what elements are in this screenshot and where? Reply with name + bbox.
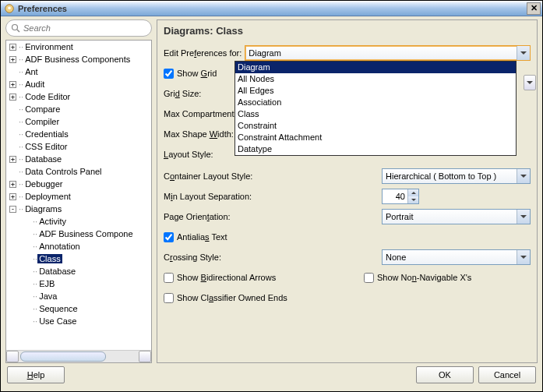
tree-item[interactable]: +·· Debugger [6, 178, 151, 190]
container-layout-label: Container Layout Style: [164, 171, 382, 181]
tree-item-label[interactable]: Java [37, 291, 58, 301]
expander-spacer [9, 69, 16, 76]
show-classifier-owned-checkbox[interactable] [164, 293, 174, 303]
tree-item[interactable]: ·· Activity [6, 215, 151, 228]
expand-icon[interactable]: + [9, 94, 16, 101]
edit-preferences-combo[interactable]: Diagram [245, 45, 531, 61]
tree-item[interactable]: +·· Database [6, 153, 151, 165]
tree-item[interactable]: +·· Environment [6, 41, 151, 53]
expander-spacer [23, 243, 30, 250]
chevron-down-icon[interactable] [517, 250, 530, 264]
tree-item[interactable]: ·· ADF Business Compone [6, 228, 151, 240]
min-layout-separation-spinner[interactable]: 40 [382, 189, 419, 204]
tree-item[interactable]: ·· CSS Editor [6, 140, 151, 153]
tree-item-label[interactable]: ADF Business Compone [37, 229, 134, 238]
tree-item-label[interactable]: Sequence [37, 304, 79, 313]
tree-item-label[interactable]: Database [37, 267, 77, 276]
search-field[interactable] [5, 19, 152, 37]
expander-spacer [23, 281, 30, 288]
tree-item-label[interactable]: Database [23, 154, 63, 164]
tree-item[interactable]: ·· Data Controls Panel [6, 165, 151, 178]
crossing-style-label: Crossing Style: [164, 253, 382, 262]
tree-item-label[interactable]: CSS Editor [23, 142, 69, 151]
dropdown-option[interactable]: Datatype [235, 143, 516, 155]
dropdown-option[interactable]: All Edges [235, 85, 516, 97]
expand-icon[interactable]: + [9, 181, 16, 188]
chevron-down-icon[interactable] [517, 46, 530, 60]
search-input[interactable] [23, 23, 146, 33]
tree-item[interactable]: -·· Diagrams [6, 203, 151, 215]
dropdown-option[interactable]: Class [235, 108, 516, 120]
tree-item-label[interactable]: ADF Business Components [23, 55, 132, 64]
preferences-tree[interactable]: +·· Environment+·· ADF Business Componen… [5, 40, 152, 363]
tree-item-label[interactable]: EJB [37, 279, 56, 288]
tree-item-label[interactable]: Credentials [23, 129, 70, 139]
tree-item[interactable]: +·· Audit [6, 78, 151, 90]
tree-item[interactable]: +·· Deployment [6, 190, 151, 203]
tree-item[interactable]: ·· Java [6, 290, 151, 302]
expander-spacer [23, 293, 30, 300]
dropdown-option[interactable]: Constraint [235, 120, 516, 132]
tree-item-label[interactable]: Data Controls Panel [23, 167, 103, 176]
chevron-down-icon[interactable] [517, 169, 530, 183]
tree-item-label[interactable]: Annotation [37, 242, 82, 251]
tree-item-label[interactable]: Debugger [23, 179, 64, 189]
show-non-navigable-checkbox[interactable] [364, 273, 374, 283]
page-orientation-combo[interactable]: Portrait [382, 209, 531, 224]
tree-item-label[interactable]: Use Case [37, 316, 78, 326]
tree-item-label[interactable]: Compiler [23, 117, 61, 126]
titlebar: Preferences ✕ [1, 1, 542, 16]
expand-icon[interactable]: + [9, 56, 16, 63]
tree-item-label[interactable]: Audit [23, 79, 46, 89]
tree-item[interactable]: ·· EJB [6, 277, 151, 290]
tree-item-label[interactable]: Code Editor [23, 92, 72, 101]
collapse-icon[interactable]: - [9, 206, 16, 213]
tree-item[interactable]: +·· Code Editor [6, 90, 151, 103]
dropdown-option[interactable]: All Nodes [235, 73, 516, 85]
tree-item-label[interactable]: Class [37, 254, 62, 263]
tree-item-label[interactable]: Activity [37, 217, 68, 226]
container-layout-combo[interactable]: Hierarchical ( Bottom to Top ) [382, 168, 531, 184]
page-orientation-label: Page Orientation: [164, 212, 382, 221]
tree-item[interactable]: ·· Ant [6, 65, 151, 78]
dropdown-option[interactable]: Association [235, 97, 516, 108]
edit-preferences-dropdown[interactable]: DiagramAll NodesAll EdgesAssociationClas… [234, 61, 517, 156]
expander-spacer [9, 143, 16, 150]
tree-item-label[interactable]: Ant [23, 67, 40, 76]
help-button[interactable]: Help [7, 366, 65, 383]
tree-item[interactable]: ·· Compiler [6, 115, 151, 128]
antialias-text-checkbox[interactable] [164, 232, 174, 242]
tree-horizontal-scrollbar[interactable] [6, 350, 151, 362]
svg-point-2 [12, 25, 18, 30]
tree-item[interactable]: ·· Annotation [6, 240, 151, 253]
tree-item[interactable]: ·· Use Case [6, 315, 151, 327]
cancel-button[interactable]: Cancel [478, 366, 536, 383]
expand-icon[interactable]: + [9, 156, 16, 163]
layout-style-combo-arrow[interactable] [524, 75, 536, 90]
dropdown-option[interactable]: Diagram [235, 62, 516, 73]
show-bidirectional-checkbox[interactable] [164, 273, 174, 283]
tree-item-label[interactable]: Deployment [23, 192, 72, 201]
tree-item[interactable]: ·· Credentials [6, 128, 151, 140]
dropdown-option[interactable]: Constraint Attachment [235, 132, 516, 143]
chevron-down-icon[interactable] [517, 210, 530, 224]
tree-item[interactable]: +·· ADF Business Components [6, 53, 151, 65]
expander-spacer [9, 106, 16, 113]
tree-item-label[interactable]: Environment [23, 42, 75, 51]
close-button[interactable]: ✕ [527, 2, 541, 15]
expand-icon[interactable]: + [9, 81, 16, 88]
min-layout-separation-label: Min Layout Separation: [164, 192, 382, 201]
tree-item[interactable]: ·· Compare [6, 103, 151, 115]
crossing-style-combo[interactable]: None [382, 249, 531, 265]
tree-item[interactable]: ·· Database [6, 265, 151, 277]
expand-icon[interactable]: + [9, 193, 16, 200]
tree-item[interactable]: ·· Class [6, 253, 151, 265]
tree-item-label[interactable]: Diagrams [23, 204, 63, 214]
ok-button[interactable]: OK [416, 366, 474, 383]
tree-item-label[interactable]: Compare [23, 104, 62, 114]
tree-item[interactable]: ·· Sequence [6, 302, 151, 315]
show-grid-checkbox[interactable] [164, 69, 174, 79]
page-title: Diagrams: Class [164, 25, 531, 37]
expander-spacer [9, 131, 16, 138]
expand-icon[interactable]: + [9, 44, 16, 51]
